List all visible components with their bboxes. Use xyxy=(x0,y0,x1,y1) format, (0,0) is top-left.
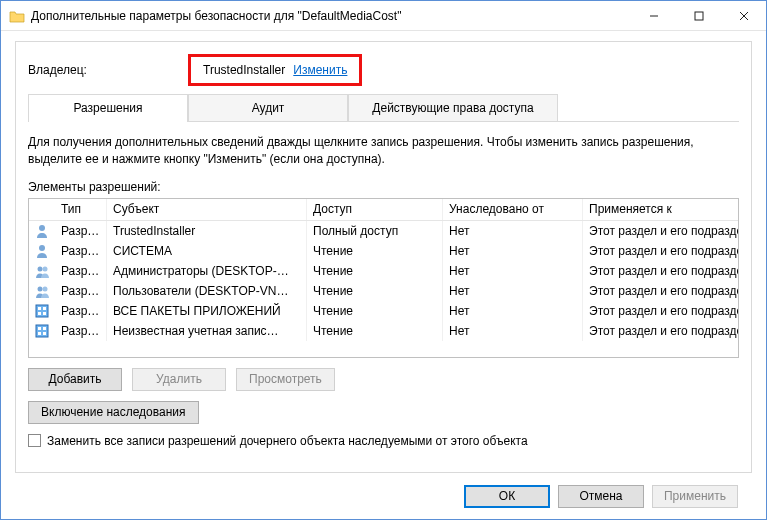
svg-rect-15 xyxy=(36,325,48,337)
instructions-text: Для получения дополнительных сведений дв… xyxy=(28,134,739,168)
col-inherited[interactable]: Унаследовано от xyxy=(443,199,583,220)
table-row[interactable]: Разр…Неизвестная учетная запис…ЧтениеНет… xyxy=(29,321,738,341)
security-dialog: Дополнительные параметры безопасности дл… xyxy=(0,0,767,520)
row-access: Чтение xyxy=(307,281,443,301)
row-type: Разр… xyxy=(55,321,107,341)
table-row[interactable]: Разр…ВСЕ ПАКЕТЫ ПРИЛОЖЕНИЙЧтениеНетЭтот … xyxy=(29,301,738,321)
row-subject: СИСТЕМА xyxy=(107,241,307,261)
owner-value: TrustedInstaller xyxy=(203,63,285,77)
row-icon xyxy=(29,281,55,301)
maximize-button[interactable] xyxy=(676,1,721,30)
row-type: Разр… xyxy=(55,261,107,281)
view-button[interactable]: Просмотреть xyxy=(236,368,335,391)
window-controls xyxy=(631,1,766,30)
col-type[interactable]: Тип xyxy=(55,199,107,220)
row-applies: Этот раздел и его подразделы xyxy=(583,321,738,341)
folder-icon xyxy=(9,9,25,23)
col-subject[interactable]: Субъект xyxy=(107,199,307,220)
owner-change-link[interactable]: Изменить xyxy=(293,63,347,77)
svg-rect-10 xyxy=(36,305,48,317)
row-inherited: Нет xyxy=(443,241,583,261)
svg-rect-17 xyxy=(43,327,46,330)
ok-button[interactable]: ОК xyxy=(464,485,550,508)
row-applies: Этот раздел и его подразделы xyxy=(583,221,738,241)
svg-rect-11 xyxy=(38,307,41,310)
cancel-button[interactable]: Отмена xyxy=(558,485,644,508)
row-access: Чтение xyxy=(307,321,443,341)
row-inherited: Нет xyxy=(443,261,583,281)
svg-rect-1 xyxy=(695,12,703,20)
replace-checkbox[interactable] xyxy=(28,434,41,447)
table-row[interactable]: Разр…TrustedInstallerПолный доступНетЭто… xyxy=(29,221,738,241)
row-applies: Этот раздел и его подразделы xyxy=(583,261,738,281)
svg-point-8 xyxy=(38,286,43,291)
list-buttons-row: Добавить Удалить Просмотреть xyxy=(28,368,739,391)
row-access: Чтение xyxy=(307,301,443,321)
close-button[interactable] xyxy=(721,1,766,30)
row-type: Разр… xyxy=(55,241,107,261)
row-access: Полный доступ xyxy=(307,221,443,241)
window-title: Дополнительные параметры безопасности дл… xyxy=(31,9,631,23)
inner-panel: Владелец: TrustedInstaller Изменить Разр… xyxy=(15,41,752,473)
row-applies: Этот раздел и его подразделы xyxy=(583,241,738,261)
col-applies[interactable]: Применяется к xyxy=(583,199,738,220)
row-subject: TrustedInstaller xyxy=(107,221,307,241)
col-access[interactable]: Доступ xyxy=(307,199,443,220)
add-button[interactable]: Добавить xyxy=(28,368,122,391)
list-body: Разр…TrustedInstallerПолный доступНетЭто… xyxy=(29,221,738,341)
svg-point-6 xyxy=(38,266,43,271)
row-inherited: Нет xyxy=(443,281,583,301)
tab-effective-access[interactable]: Действующие права доступа xyxy=(348,94,558,121)
row-inherited: Нет xyxy=(443,321,583,341)
row-icon xyxy=(29,301,55,321)
elements-label: Элементы разрешений: xyxy=(28,180,739,194)
tab-permissions[interactable]: Разрешения xyxy=(28,94,188,121)
apply-button[interactable]: Применить xyxy=(652,485,738,508)
row-type: Разр… xyxy=(55,281,107,301)
list-header: Тип Субъект Доступ Унаследовано от Приме… xyxy=(29,199,738,221)
table-row[interactable]: Разр…СИСТЕМАЧтениеНетЭтот раздел и его п… xyxy=(29,241,738,261)
svg-rect-18 xyxy=(38,332,41,335)
svg-point-4 xyxy=(39,225,45,231)
inherit-row: Включение наследования xyxy=(28,401,739,424)
svg-rect-16 xyxy=(38,327,41,330)
row-access: Чтение xyxy=(307,241,443,261)
row-icon xyxy=(29,261,55,281)
permissions-list[interactable]: Тип Субъект Доступ Унаследовано от Приме… xyxy=(28,198,739,358)
replace-checkbox-label: Заменить все записи разрешений дочернего… xyxy=(47,434,528,448)
svg-point-5 xyxy=(39,245,45,251)
table-row[interactable]: Разр…Пользователи (DESKTOP-VN…ЧтениеНетЭ… xyxy=(29,281,738,301)
row-applies: Этот раздел и его подразделы xyxy=(583,281,738,301)
row-subject: Пользователи (DESKTOP-VN… xyxy=(107,281,307,301)
svg-point-9 xyxy=(43,286,48,291)
remove-button[interactable]: Удалить xyxy=(132,368,226,391)
svg-rect-13 xyxy=(38,312,41,315)
minimize-button[interactable] xyxy=(631,1,676,30)
row-icon xyxy=(29,221,55,241)
row-inherited: Нет xyxy=(443,221,583,241)
replace-checkbox-row[interactable]: Заменить все записи разрешений дочернего… xyxy=(28,434,739,448)
svg-point-7 xyxy=(43,266,48,271)
row-icon xyxy=(29,321,55,341)
row-access: Чтение xyxy=(307,261,443,281)
titlebar: Дополнительные параметры безопасности дл… xyxy=(1,1,766,31)
dialog-footer: ОК Отмена Применить xyxy=(15,473,752,519)
content-area: Владелец: TrustedInstaller Изменить Разр… xyxy=(1,31,766,519)
enable-inheritance-button[interactable]: Включение наследования xyxy=(28,401,199,424)
owner-label: Владелец: xyxy=(28,63,188,77)
row-subject: Администраторы (DESKTOP-… xyxy=(107,261,307,281)
row-inherited: Нет xyxy=(443,301,583,321)
tab-audit[interactable]: Аудит xyxy=(188,94,348,121)
svg-rect-19 xyxy=(43,332,46,335)
row-type: Разр… xyxy=(55,301,107,321)
svg-rect-14 xyxy=(43,312,46,315)
row-subject: Неизвестная учетная запис… xyxy=(107,321,307,341)
row-type: Разр… xyxy=(55,221,107,241)
row-icon xyxy=(29,241,55,261)
svg-rect-12 xyxy=(43,307,46,310)
tab-strip: Разрешения Аудит Действующие права досту… xyxy=(28,94,739,122)
owner-highlight-box: TrustedInstaller Изменить xyxy=(188,54,362,86)
table-row[interactable]: Разр…Администраторы (DESKTOP-…ЧтениеНетЭ… xyxy=(29,261,738,281)
row-subject: ВСЕ ПАКЕТЫ ПРИЛОЖЕНИЙ xyxy=(107,301,307,321)
row-applies: Этот раздел и его подразделы xyxy=(583,301,738,321)
